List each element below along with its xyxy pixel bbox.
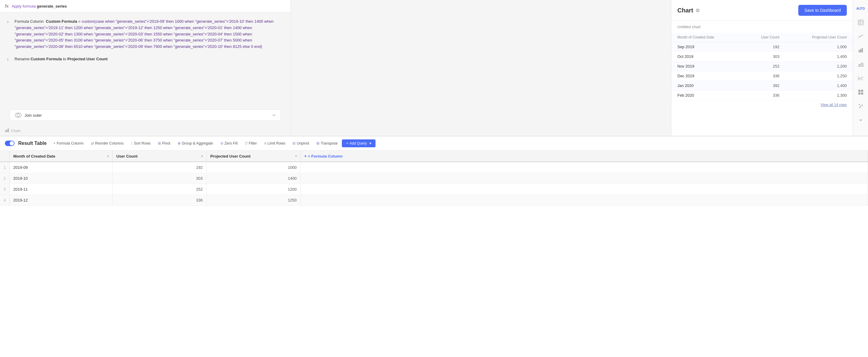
- formula-column-icon: +: [53, 141, 56, 145]
- table-view-icon[interactable]: [856, 18, 866, 27]
- filter-button[interactable]: ▽ Filter: [242, 139, 260, 147]
- chart-row-month: Dec 2019: [671, 71, 742, 81]
- projected-col-header[interactable]: Projected User Count ▾: [207, 151, 300, 162]
- view-all-link[interactable]: View all 14 rows: [671, 100, 853, 109]
- table-row: 4 2019-12 336 1250: [0, 195, 868, 206]
- group-icon: ⊕: [178, 141, 181, 145]
- chart-row-usercount: 336: [742, 91, 785, 100]
- month-col-header[interactable]: Month of Created Date ▾: [9, 151, 113, 162]
- pivot-label: Pivot: [162, 141, 170, 145]
- plus-icon[interactable]: +: [5, 19, 11, 25]
- zero-fill-button[interactable]: ⊘ Zero Fill: [217, 139, 241, 147]
- step1-content: Formula Column Custom Formula = custom(c…: [14, 19, 286, 50]
- pivot-icon: ⊞: [158, 141, 161, 145]
- chart-subtitle: Untitled chart: [671, 21, 853, 33]
- row-number: 2: [0, 173, 9, 184]
- svg-rect-15: [861, 90, 863, 92]
- row-usercount: 303: [113, 173, 207, 184]
- svg-rect-10: [860, 49, 861, 53]
- table-row: 1 2019-09 192 1000: [0, 162, 868, 173]
- chart-row-usercount: 192: [742, 42, 785, 52]
- add-query-button[interactable]: + Add Query ▾: [342, 139, 375, 147]
- svg-point-20: [862, 104, 863, 106]
- chart-row-usercount: 392: [742, 81, 785, 91]
- join-bar[interactable]: Join outer ✏: [10, 109, 281, 121]
- toolbar-toggle: [5, 141, 14, 146]
- steps-area: + Formula Column Custom Formula = custom…: [0, 12, 291, 104]
- table-row: 3 2019-11 252 1200: [0, 184, 868, 195]
- view-all-text[interactable]: View all 14 rows: [821, 103, 847, 107]
- formula-col-header[interactable]: + + Formula Column: [300, 151, 868, 162]
- row-formula: [300, 195, 868, 206]
- limit-rows-button[interactable]: ≡ Limit Rows: [261, 139, 288, 147]
- bar-chart-sidebar-icon[interactable]: [856, 45, 866, 55]
- row-usercount: 336: [113, 195, 207, 206]
- row-projected: 1250: [207, 195, 300, 206]
- chart-table: Month of Created Date User Count Project…: [671, 33, 853, 100]
- area-chart-sidebar-icon[interactable]: [856, 59, 866, 69]
- row-usercount: 252: [113, 184, 207, 195]
- chart-row-projected: 1,000: [785, 42, 853, 52]
- pivot-button[interactable]: ⊞ Pivot: [155, 139, 173, 147]
- chevron-down-icon[interactable]: [856, 115, 866, 125]
- group-aggregate-button[interactable]: ⊕ Group & Aggregate: [175, 139, 216, 147]
- svg-rect-14: [858, 90, 861, 92]
- join-edit-icon[interactable]: ✏: [273, 113, 276, 118]
- svg-rect-4: [8, 129, 9, 132]
- chart-col-projected: Projected User Count: [785, 33, 853, 42]
- chart-gear-icon[interactable]: ⚙: [695, 7, 700, 13]
- bottom-panel: Result Table + Formula Column ⇄ Reorder …: [0, 136, 868, 357]
- join-icon: [15, 113, 22, 118]
- line-chart-sidebar-icon[interactable]: [856, 32, 866, 41]
- result-toolbar: Result Table + Formula Column ⇄ Reorder …: [0, 136, 868, 151]
- dot-sidebar-icon[interactable]: [856, 101, 866, 111]
- toggle-switch[interactable]: [5, 141, 14, 146]
- sort-rows-button[interactable]: ↕ Sort Rows: [128, 139, 154, 147]
- step2-value: Projected User Count: [67, 57, 107, 61]
- row-projected: 1200: [207, 184, 300, 195]
- zero-fill-label: Zero Fill: [224, 141, 238, 145]
- add-query-label: Add Query: [349, 141, 367, 145]
- grid-sidebar-icon[interactable]: [856, 87, 866, 97]
- chart-row-usercount: 336: [742, 71, 785, 81]
- row-month: 2019-12: [9, 195, 113, 206]
- add-formula-col-label: + Formula Column: [308, 154, 342, 159]
- scatter-sidebar-icon[interactable]: [856, 73, 866, 83]
- usercount-col-dropdown-icon[interactable]: ▾: [201, 155, 203, 158]
- chart-row-projected: 1,300: [785, 91, 853, 100]
- table-row: 2 2019-10 303 1400: [0, 173, 868, 184]
- unpivot-icon: ⊟: [292, 141, 296, 145]
- transpose-button[interactable]: ⊞ Transpose: [313, 139, 341, 147]
- chart-row-month: Sep 2019: [671, 42, 742, 52]
- unpivot-button[interactable]: ⊟ Unpivot: [289, 139, 312, 147]
- data-table: Month of Created Date ▾ User Count ▾: [0, 151, 868, 206]
- projected-col-dropdown-icon[interactable]: ▾: [295, 155, 297, 158]
- month-col-dropdown-icon[interactable]: ▾: [107, 155, 109, 158]
- row-month: 2019-09: [9, 162, 113, 173]
- chart-row-projected: 1,400: [785, 81, 853, 91]
- add-query-icon: +: [346, 141, 348, 145]
- row-formula: [300, 184, 868, 195]
- formula-column-button[interactable]: + Formula Column: [50, 139, 87, 147]
- svg-rect-17: [861, 92, 863, 95]
- svg-rect-5: [858, 20, 863, 25]
- step1-keyword: Custom Formula: [46, 19, 77, 24]
- row-num-header: [0, 151, 9, 162]
- formula-bar: fx Apply formula generate_series: [0, 0, 291, 12]
- save-dashboard-button[interactable]: Save to Dashboard: [798, 5, 847, 16]
- svg-point-21: [859, 107, 861, 108]
- reorder-columns-button[interactable]: ⇄ Reorder Columns: [88, 139, 127, 147]
- zero-fill-icon: ⊘: [220, 141, 223, 145]
- chart-row-usercount: 252: [742, 62, 785, 71]
- usercount-col-header[interactable]: User Count ▾: [113, 151, 207, 162]
- step1-label: Formula Column: [14, 19, 44, 24]
- center-empty: [291, 0, 671, 136]
- row-number: 3: [0, 184, 9, 195]
- chart-header: Chart ⚙ Save to Dashboard: [671, 0, 853, 21]
- month-col-label: Month of Created Date: [13, 154, 56, 159]
- chart-tab[interactable]: Chart: [0, 126, 291, 136]
- auto-icon[interactable]: AUTO: [856, 4, 866, 13]
- svg-rect-16: [858, 92, 861, 95]
- svg-point-19: [860, 105, 861, 107]
- unpivot-label: Unpivot: [297, 141, 309, 145]
